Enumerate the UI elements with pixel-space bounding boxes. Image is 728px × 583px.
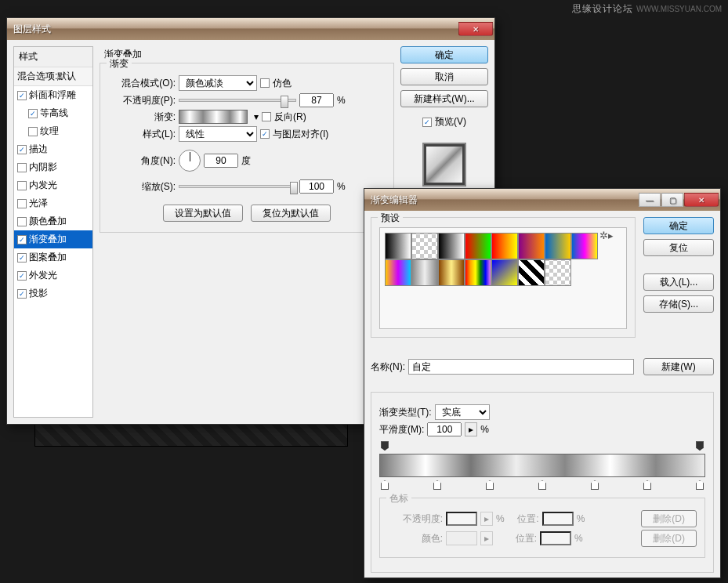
style-checkbox[interactable]: ✓ bbox=[17, 235, 27, 244]
smooth-input[interactable] bbox=[427, 422, 462, 436]
preset-swatch[interactable] bbox=[465, 259, 491, 286]
preset-swatch[interactable] bbox=[491, 233, 518, 259]
ok-button[interactable]: 确定 bbox=[400, 46, 488, 63]
style-item-纹理[interactable]: 纹理 bbox=[14, 122, 92, 140]
style-checkbox[interactable]: ✓ bbox=[17, 145, 27, 154]
smooth-label: 平滑度(M): bbox=[379, 423, 424, 436]
reverse-label: 反向(R) bbox=[274, 110, 306, 124]
minimize-icon[interactable]: ― bbox=[639, 193, 661, 207]
gradient-overlay-title: 渐变叠加 bbox=[100, 46, 394, 63]
cs-pos-label: 位置: bbox=[508, 512, 539, 526]
style-select[interactable]: 线性 bbox=[179, 126, 257, 142]
gear-icon[interactable]: ✲▸ bbox=[599, 230, 614, 241]
style-item-描边[interactable]: ✓描边 bbox=[14, 140, 92, 158]
style-checkbox[interactable] bbox=[28, 127, 38, 136]
opacity-input[interactable] bbox=[299, 93, 334, 107]
preset-swatch[interactable] bbox=[545, 259, 571, 286]
angle-dial[interactable] bbox=[179, 150, 201, 172]
reverse-checkbox[interactable] bbox=[262, 112, 271, 121]
preset-swatch[interactable] bbox=[518, 259, 545, 286]
new-button[interactable]: 新建(W) bbox=[643, 358, 714, 375]
preset-swatch[interactable] bbox=[438, 233, 465, 259]
style-checkbox[interactable]: ✓ bbox=[17, 91, 27, 100]
color-stop[interactable] bbox=[643, 480, 651, 490]
style-item-光泽[interactable]: 光泽 bbox=[14, 194, 92, 212]
ge-save-button[interactable]: 存储(S)... bbox=[643, 295, 714, 313]
style-item-内阴影[interactable]: 内阴影 bbox=[14, 158, 92, 176]
preset-swatch[interactable] bbox=[545, 233, 571, 259]
color-stop[interactable] bbox=[381, 480, 389, 490]
style-checkbox[interactable] bbox=[17, 163, 27, 172]
set-default-button[interactable]: 设置为默认值 bbox=[163, 205, 243, 222]
opacity-stop[interactable] bbox=[696, 441, 704, 451]
ge-reset-button[interactable]: 复位 bbox=[643, 239, 714, 256]
scale-slider[interactable] bbox=[179, 185, 296, 188]
style-checkbox[interactable] bbox=[17, 199, 27, 208]
style-item-渐变叠加[interactable]: ✓渐变叠加 bbox=[14, 230, 92, 248]
preview-checkbox[interactable]: ✓ bbox=[422, 118, 432, 127]
gradient-label: 渐变: bbox=[108, 110, 176, 124]
style-item-图案叠加[interactable]: ✓图案叠加 bbox=[14, 248, 92, 266]
layer-style-title: 图层样式 bbox=[13, 23, 51, 36]
preset-swatch[interactable] bbox=[491, 259, 518, 286]
style-checkbox[interactable]: ✓ bbox=[17, 271, 27, 281]
gradient-bar[interactable] bbox=[379, 454, 705, 477]
angle-input[interactable] bbox=[204, 154, 238, 168]
cs-delete2-button: 删除(D) bbox=[641, 530, 697, 547]
style-sidepanel: 样式 混合选项:默认 ✓斜面和浮雕✓等高线纹理✓描边内阴影内发光光泽颜色叠加✓渐… bbox=[13, 46, 93, 418]
preview-thumbnail bbox=[422, 143, 466, 186]
blend-mode-select[interactable]: 颜色减淡 bbox=[179, 75, 257, 91]
color-stop[interactable] bbox=[486, 480, 494, 490]
smooth-stepper[interactable]: ▸ bbox=[465, 422, 477, 436]
style-item-内发光[interactable]: 内发光 bbox=[14, 176, 92, 194]
scale-input[interactable] bbox=[299, 179, 334, 194]
style-checkbox[interactable]: ✓ bbox=[17, 289, 27, 299]
gradient-swatch[interactable] bbox=[179, 110, 248, 124]
name-input[interactable] bbox=[408, 359, 634, 375]
style-header[interactable]: 样式 bbox=[14, 47, 92, 67]
preset-swatch[interactable] bbox=[411, 259, 438, 286]
preset-swatch[interactable] bbox=[438, 259, 465, 286]
ge-load-button[interactable]: 载入(L)... bbox=[643, 273, 714, 291]
reset-default-button[interactable]: 复位为默认值 bbox=[251, 205, 331, 222]
style-item-外发光[interactable]: ✓外发光 bbox=[14, 266, 92, 284]
maximize-icon[interactable]: ▢ bbox=[661, 193, 683, 207]
preset-swatch[interactable] bbox=[571, 233, 598, 259]
close-icon[interactable]: ✕ bbox=[458, 22, 493, 36]
new-style-button[interactable]: 新建样式(W)... bbox=[400, 90, 488, 107]
dither-checkbox[interactable] bbox=[260, 78, 270, 88]
color-stop[interactable] bbox=[696, 480, 704, 490]
preset-swatch[interactable] bbox=[411, 233, 438, 259]
presets-grid[interactable]: ✲▸ bbox=[379, 227, 627, 329]
gradient-editor-titlebar[interactable]: 渐变编辑器 ― ▢ ✕ bbox=[364, 189, 720, 211]
style-item-投影[interactable]: ✓投影 bbox=[14, 284, 92, 302]
style-checkbox[interactable] bbox=[17, 217, 27, 226]
color-stop[interactable] bbox=[538, 480, 546, 490]
align-checkbox[interactable]: ✓ bbox=[260, 129, 270, 139]
opacity-slider[interactable] bbox=[179, 99, 296, 102]
style-checkbox[interactable]: ✓ bbox=[28, 109, 38, 118]
ge-ok-button[interactable]: 确定 bbox=[643, 217, 714, 234]
style-item-颜色叠加[interactable]: 颜色叠加 bbox=[14, 212, 92, 230]
cancel-button[interactable]: 取消 bbox=[400, 68, 488, 85]
pct-label: % bbox=[337, 95, 346, 106]
color-stop[interactable] bbox=[591, 480, 599, 490]
name-label: 名称(N): bbox=[371, 360, 405, 374]
preset-swatch[interactable] bbox=[465, 233, 491, 259]
preset-swatch[interactable] bbox=[385, 233, 411, 259]
blend-options[interactable]: 混合选项:默认 bbox=[14, 67, 92, 86]
style-item-等高线[interactable]: ✓等高线 bbox=[14, 104, 92, 122]
watermark-main: 思缘设计论坛 bbox=[572, 3, 633, 14]
opacity-stop[interactable] bbox=[381, 441, 389, 451]
type-select[interactable]: 实底 bbox=[435, 404, 490, 420]
preset-swatch[interactable] bbox=[518, 233, 545, 259]
style-checkbox[interactable]: ✓ bbox=[17, 253, 27, 263]
style-item-斜面和浮雕[interactable]: ✓斜面和浮雕 bbox=[14, 86, 92, 104]
layer-style-titlebar[interactable]: 图层样式 ✕ bbox=[7, 18, 494, 40]
preview-label: 预览(V) bbox=[435, 115, 466, 129]
preset-swatch[interactable] bbox=[385, 259, 411, 286]
close-icon[interactable]: ✕ bbox=[684, 193, 719, 207]
color-stop[interactable] bbox=[433, 480, 441, 490]
angle-unit: 度 bbox=[241, 154, 251, 168]
style-checkbox[interactable] bbox=[17, 181, 27, 190]
